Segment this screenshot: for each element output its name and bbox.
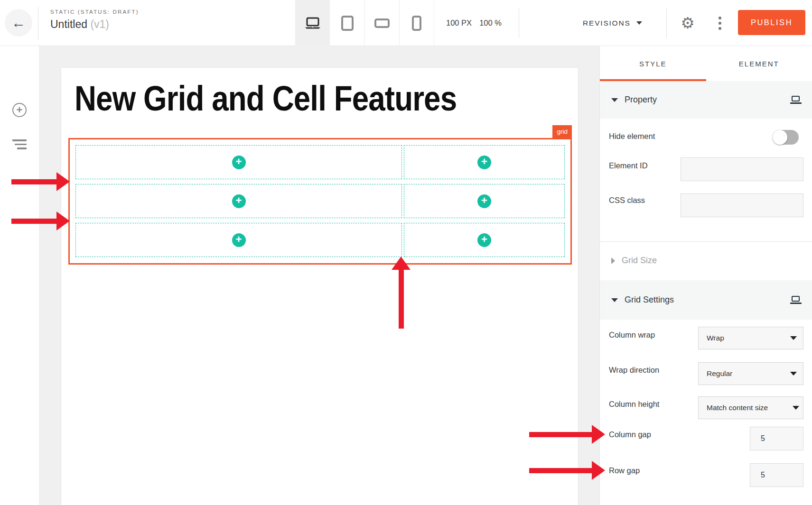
column-height-label: Column height — [609, 400, 659, 409]
more-options-button[interactable] — [714, 0, 726, 46]
grid-element-tag: grid — [552, 125, 572, 138]
section-title: Grid Settings — [625, 295, 674, 305]
zoom-px-value: 100 PX — [446, 18, 472, 28]
grid-cells: + + + + + + — [70, 139, 570, 263]
plus-icon: + — [236, 156, 242, 167]
element-id-input[interactable] — [681, 157, 803, 181]
section-header-property[interactable]: Property — [600, 81, 812, 119]
desktop-icon — [304, 17, 321, 29]
selected-value: Match content size — [707, 404, 768, 412]
chevron-down-icon — [790, 372, 797, 376]
revisions-label: REVISIONS — [583, 19, 631, 28]
plus-circle-icon: + — [17, 105, 23, 115]
zoom-percent-value: 100 % — [479, 18, 502, 28]
zoom-indicator: 100 PX 100 % — [446, 0, 502, 46]
section-header-grid-settings[interactable]: Grid Settings — [600, 280, 812, 320]
back-arrow-icon: ← — [11, 15, 26, 31]
add-content-button[interactable]: + — [477, 156, 491, 169]
plus-icon: + — [236, 195, 242, 206]
document-title-block: STATIC (STATUS: DRAFT) Untitled (v1) — [50, 9, 139, 31]
column-wrap-select[interactable]: Wrap — [698, 327, 803, 349]
plus-icon: + — [481, 195, 487, 206]
desktop-breakpoint-icon — [790, 296, 802, 304]
row-gap-input[interactable] — [750, 463, 803, 487]
device-tablet-button[interactable] — [330, 0, 364, 46]
tab-style[interactable]: STYLE — [600, 46, 706, 81]
page-title: Untitled (v1) — [50, 18, 139, 31]
selected-value: Regular — [707, 369, 732, 378]
device-mobile-landscape-button[interactable] — [364, 0, 399, 46]
gear-icon: ⚙ — [681, 14, 695, 32]
plus-icon: + — [481, 234, 487, 245]
grid-cell[interactable]: + — [75, 145, 402, 179]
panel-tabs: STYLE ELEMENT — [600, 46, 812, 81]
grid-cell[interactable]: + — [404, 145, 565, 179]
grid-cell[interactable]: + — [404, 223, 565, 257]
editor-canvas: New Grid and Cell Features grid + + + + … — [39, 46, 599, 505]
desktop-breakpoint-icon — [790, 96, 802, 104]
wrap-direction-select[interactable]: Regular — [698, 362, 803, 385]
divider — [666, 9, 667, 38]
wrap-direction-label: Wrap direction — [609, 366, 659, 375]
column-height-select[interactable]: Match content size — [698, 396, 803, 419]
selected-value: Wrap — [707, 334, 724, 342]
expand-icon — [611, 257, 615, 264]
page-surface[interactable]: New Grid and Cell Features grid + + + + … — [61, 67, 579, 505]
top-toolbar: ← STATIC (STATUS: DRAFT) Untitled (v1) — [0, 0, 812, 46]
section-title: Property — [625, 95, 657, 105]
hide-element-label: Hide element — [609, 132, 655, 141]
add-content-button[interactable]: + — [477, 194, 491, 208]
plus-icon: + — [236, 234, 242, 245]
divider — [519, 9, 519, 38]
device-mobile-button[interactable] — [399, 0, 434, 46]
grid-cell[interactable]: + — [404, 184, 565, 218]
mobile-landscape-icon — [374, 18, 390, 28]
element-id-label: Element ID — [609, 161, 648, 170]
grid-cell[interactable]: + — [75, 184, 402, 218]
divider — [38, 7, 38, 40]
grid-cell[interactable]: + — [75, 223, 402, 257]
mobile-icon — [412, 16, 421, 31]
row-gap-label: Row gap — [609, 466, 640, 475]
plus-icon: + — [481, 156, 487, 167]
device-desktop-button[interactable] — [295, 0, 330, 46]
collapse-icon — [611, 298, 618, 302]
divider — [364, 0, 364, 46]
add-content-button[interactable]: + — [232, 156, 246, 169]
hide-element-toggle[interactable] — [773, 130, 799, 145]
page-heading[interactable]: New Grid and Cell Features — [75, 78, 457, 119]
settings-button[interactable]: ⚙ — [678, 0, 697, 46]
tab-element[interactable]: ELEMENT — [706, 46, 812, 81]
add-content-button[interactable]: + — [477, 233, 491, 247]
tablet-icon — [341, 16, 354, 31]
properties-panel: STYLE ELEMENT Property Hide element Elem… — [599, 46, 812, 505]
divider — [434, 0, 434, 46]
divider — [399, 0, 400, 46]
page-version: (v1) — [90, 18, 109, 30]
layers-button[interactable] — [12, 139, 27, 149]
css-class-input[interactable] — [681, 193, 803, 217]
grid-element[interactable]: grid + + + + + + — [68, 138, 572, 265]
column-wrap-label: Column wrap — [609, 331, 655, 340]
chevron-down-icon — [793, 406, 799, 410]
page-status: STATIC (STATUS: DRAFT) — [50, 9, 139, 15]
revisions-dropdown[interactable]: REVISIONS — [583, 0, 642, 46]
publish-button[interactable]: PUBLISH — [738, 10, 805, 35]
collapse-icon — [611, 98, 618, 102]
section-header-grid-size[interactable]: Grid Size — [600, 242, 812, 279]
column-gap-input[interactable] — [750, 427, 803, 450]
css-class-label: CSS class — [609, 196, 645, 205]
column-gap-label: Column gap — [609, 430, 651, 439]
section-title: Grid Size — [622, 256, 657, 266]
add-element-button[interactable]: + — [12, 103, 27, 117]
add-content-button[interactable]: + — [232, 194, 246, 208]
add-content-button[interactable]: + — [232, 233, 246, 247]
back-button[interactable]: ← — [5, 9, 32, 37]
chevron-down-icon — [790, 336, 797, 340]
chevron-down-icon — [636, 21, 642, 25]
left-sidebar: + — [0, 46, 39, 505]
